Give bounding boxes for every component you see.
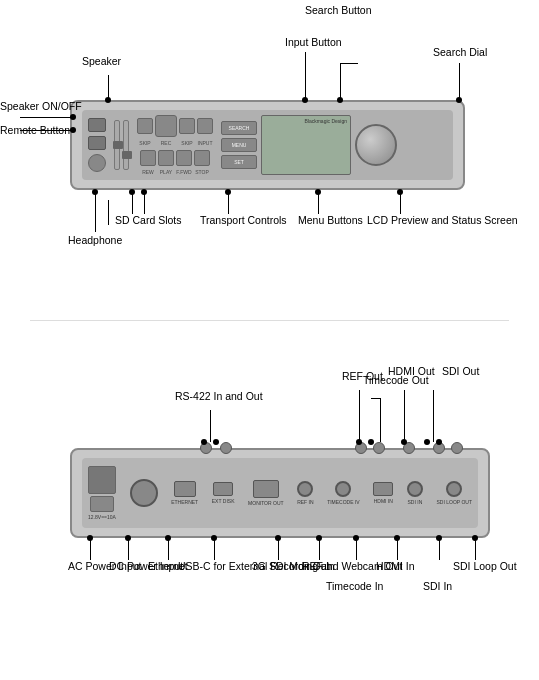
menu-buttons-label: Menu Buttons (298, 214, 363, 228)
speaker-onoff-label: Speaker ON/OFF (0, 100, 82, 114)
sdi-in-port (407, 481, 423, 497)
transport-controls-label: Transport Controls (200, 214, 287, 228)
search-btn: SEARCH (221, 121, 257, 135)
diagram-container: SKIP REC SKIP INPUT REW PLAY F.FWD STOP (0, 0, 539, 680)
side-buttons (88, 118, 106, 172)
ac-power-section: 12.8V==10A (88, 466, 116, 520)
hdmi-out-label: HDMI Out (388, 365, 435, 379)
rs422-label: RS-422 In and Out (175, 390, 263, 404)
speaker-label: Speaker (82, 55, 121, 69)
headphone-label: Headphone (68, 234, 122, 248)
input-btn (197, 118, 213, 134)
sdi-out-port-top2 (451, 442, 463, 454)
set-btn: SET (221, 155, 257, 169)
sdi-in-label: SDI In (423, 580, 452, 594)
brand-label: Blackmagic Design (304, 118, 347, 124)
transport-row-2 (140, 150, 210, 166)
timecode-iv-section: TIMECODE IV (327, 481, 360, 505)
slider-1 (114, 120, 120, 170)
transport-controls-group: SKIP REC SKIP INPUT REW PLAY F.FWD STOP (137, 115, 213, 175)
separator (30, 320, 509, 321)
stop-btn (194, 150, 210, 166)
bottom-panel: 12.8V==10A ETHERNET EXT DISK MONITOR OUT (70, 448, 490, 538)
ext-disk-port (213, 482, 233, 496)
ref-in-section: REF IN (297, 481, 313, 505)
ref-in-label: REF In (302, 560, 335, 574)
top-panel-inner: SKIP REC SKIP INPUT REW PLAY F.FWD STOP (82, 110, 453, 180)
sdi-loop-port (446, 481, 462, 497)
rs422-dot2 (213, 439, 219, 445)
next-btn (179, 118, 195, 134)
sd-card-label: SD Card Slots (115, 214, 182, 228)
rs422-port2 (220, 442, 232, 454)
dc-xlr-port (130, 479, 158, 507)
bottom-panel-inner: 12.8V==10A ETHERNET EXT DISK MONITOR OUT (82, 458, 478, 528)
input-button-label: Input Button (285, 36, 342, 50)
ref-in-port (297, 481, 313, 497)
slider-group (114, 120, 129, 170)
timecode-in-label: Timecode In (326, 580, 383, 594)
hdmi-in-port (373, 482, 393, 496)
prev-btn (137, 118, 153, 134)
speaker-onoff-switch (88, 118, 106, 132)
hdmi-in-label: HDMI In (376, 560, 415, 574)
ffwd-btn (176, 150, 192, 166)
ac-port2 (90, 496, 114, 512)
spacer (391, 442, 397, 454)
headphone-jack (88, 154, 106, 172)
lcd-preview-label: LCD Preview and Status Screen (367, 214, 518, 228)
monitor-out-section: MONITOR OUT (248, 480, 283, 506)
sdi-out-dot1 (424, 439, 430, 445)
ethernet-port (174, 481, 196, 497)
search-button-label: Search Button (305, 4, 372, 18)
remote-button-ctrl (88, 136, 106, 150)
sdi-loop-section: SDI LOOP OUT (437, 481, 472, 505)
record-btn (155, 115, 177, 137)
search-dial (355, 124, 397, 166)
ext-disk-section: EXT DISK (212, 482, 235, 504)
rs422-dot1 (201, 439, 207, 445)
sdi-out-dot2 (436, 439, 442, 445)
sdi-out-label: SDI Out (442, 365, 479, 379)
hdmi-in-section: HDMI IN (373, 482, 393, 504)
rew-btn (140, 150, 156, 166)
menu-btn: MENU (221, 138, 257, 152)
transport-row-1 (137, 115, 213, 137)
right-buttons: SEARCH MENU SET (221, 121, 257, 169)
timecode-out-port-top (373, 442, 385, 454)
ac-port (88, 466, 116, 494)
slider-2 (123, 120, 129, 170)
timecode-out-dot (368, 439, 374, 445)
remote-button-label: Remote Button (0, 124, 70, 138)
sdi-in-section: SDI IN (407, 481, 423, 505)
sdi-loop-label: SDI Loop Out (453, 560, 517, 574)
lcd-screen: Blackmagic Design (261, 115, 351, 175)
ethernet-section: ETHERNET (171, 481, 198, 505)
timecode-iv-port (335, 481, 351, 497)
top-panel: SKIP REC SKIP INPUT REW PLAY F.FWD STOP (70, 100, 465, 190)
play-btn (158, 150, 174, 166)
search-dial-label: Search Dial (433, 46, 487, 60)
monitor-out-port (253, 480, 279, 498)
